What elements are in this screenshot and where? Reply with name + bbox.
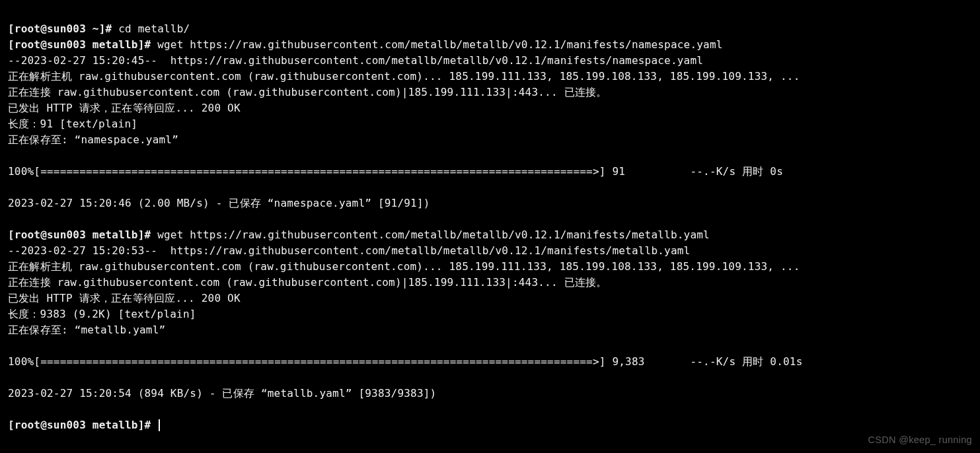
terminal-line: [root@sun003 metallb]# — [8, 419, 160, 431]
terminal-line: 正在连接 raw.githubusercontent.com (raw.gith… — [8, 86, 607, 98]
terminal-line: 2023-02-27 15:20:46 (2.00 MB/s) - 已保存 “n… — [8, 197, 430, 209]
terminal-line: --2023-02-27 15:20:45-- https://raw.gith… — [8, 54, 703, 67]
terminal-line: 正在解析主机 raw.githubusercontent.com (raw.gi… — [8, 70, 800, 83]
shell-prompt: [root@sun003 metallb]# — [8, 419, 157, 431]
shell-prompt: [root@sun003 ~]# — [8, 22, 118, 35]
terminal-line: --2023-02-27 15:20:53-- https://raw.gith… — [8, 244, 690, 257]
terminal-line: 正在保存至: “namespace.yaml” — [8, 133, 178, 146]
shell-command: cd metallb/ — [118, 22, 190, 35]
terminal-line: 正在解析主机 raw.githubusercontent.com (raw.gi… — [8, 260, 800, 273]
terminal-line: 正在连接 raw.githubusercontent.com (raw.gith… — [8, 276, 607, 289]
terminal-line: [root@sun003 ~]# cd metallb/ — [8, 22, 190, 35]
shell-prompt: [root@sun003 metallb]# — [8, 38, 157, 51]
terminal[interactable]: [root@sun003 ~]# cd metallb/ [root@sun00… — [0, 0, 980, 438]
shell-command: wget https://raw.githubusercontent.com/m… — [157, 228, 710, 241]
terminal-line: 正在保存至: “metallb.yaml” — [8, 324, 165, 336]
watermark: CSDN @keep_ running — [868, 433, 972, 448]
cursor-icon — [159, 419, 160, 431]
terminal-line: 已发出 HTTP 请求，正在等待回应... 200 OK — [8, 102, 241, 114]
terminal-line: 长度：9383 (9.2K) [text/plain] — [8, 308, 196, 320]
shell-prompt: [root@sun003 metallb]# — [8, 228, 157, 241]
progress-bar: 100%[===================================… — [8, 355, 803, 368]
terminal-line: 已发出 HTTP 请求，正在等待回应... 200 OK — [8, 292, 241, 304]
terminal-line: [root@sun003 metallb]# wget https://raw.… — [8, 38, 723, 51]
terminal-line: [root@sun003 metallb]# wget https://raw.… — [8, 228, 710, 241]
progress-bar: 100%[===================================… — [8, 165, 783, 178]
terminal-line: 长度：91 [text/plain] — [8, 118, 137, 130]
terminal-line: 2023-02-27 15:20:54 (894 KB/s) - 已保存 “me… — [8, 387, 436, 400]
shell-command: wget https://raw.githubusercontent.com/m… — [157, 38, 722, 51]
